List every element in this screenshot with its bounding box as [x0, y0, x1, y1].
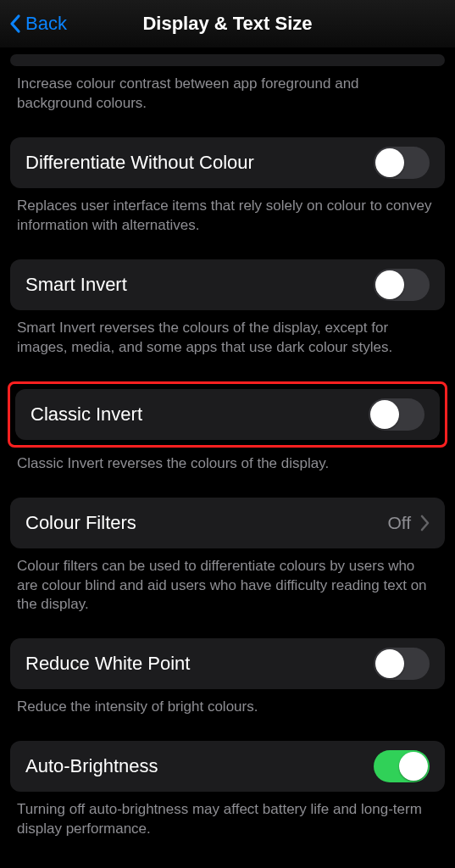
toggle-knob — [399, 752, 428, 781]
colour-filters-value: Off — [387, 513, 411, 533]
differentiate-row[interactable]: Differentiate Without Colour — [10, 137, 445, 188]
classic-invert-label: Classic Invert — [31, 403, 142, 426]
colour-filters-desc: Colour filters can be used to differenti… — [10, 548, 445, 615]
classic-invert-highlight: Classic Invert — [8, 381, 447, 448]
smart-invert-group: Smart Invert Smart Invert reverses the c… — [10, 259, 445, 358]
previous-row-stub — [10, 54, 445, 66]
auto-brightness-row[interactable]: Auto-Brightness — [10, 741, 445, 792]
classic-invert-desc: Classic Invert reverses the colours of t… — [10, 448, 445, 474]
colour-filters-group: Colour Filters Off Colour filters can be… — [10, 498, 445, 615]
differentiate-group: Differentiate Without Colour Replaces us… — [10, 137, 445, 236]
toggle-knob — [375, 148, 404, 177]
colour-filters-value-wrap: Off — [387, 513, 430, 533]
auto-brightness-desc: Turning off auto-brightness may affect b… — [10, 792, 445, 839]
smart-invert-desc: Smart Invert reverses the colours of the… — [10, 310, 445, 358]
differentiate-desc: Replaces user interface items that rely … — [10, 188, 445, 236]
chevron-right-icon — [419, 515, 430, 531]
auto-brightness-label: Auto-Brightness — [25, 755, 158, 777]
settings-list: Increase colour contrast between app for… — [0, 54, 455, 839]
colour-filters-row[interactable]: Colour Filters Off — [10, 498, 445, 548]
auto-brightness-toggle[interactable] — [374, 750, 430, 782]
smart-invert-toggle[interactable] — [374, 269, 430, 301]
differentiate-toggle[interactable] — [374, 147, 430, 179]
differentiate-label: Differentiate Without Colour — [25, 152, 254, 174]
navbar: Back Display & Text Size — [0, 0, 455, 47]
toggle-knob — [375, 649, 404, 678]
reduce-white-point-toggle[interactable] — [374, 648, 430, 680]
toggle-knob — [375, 270, 404, 299]
smart-invert-row[interactable]: Smart Invert — [10, 259, 445, 310]
contrast-desc: Increase colour contrast between app for… — [10, 66, 445, 114]
classic-invert-row[interactable]: Classic Invert — [15, 389, 440, 440]
reduce-white-point-row[interactable]: Reduce White Point — [10, 638, 445, 689]
back-label: Back — [25, 13, 67, 35]
reduce-white-point-group: Reduce White Point Reduce the intensity … — [10, 638, 445, 717]
reduce-white-point-label: Reduce White Point — [25, 653, 190, 675]
back-button[interactable]: Back — [8, 0, 67, 47]
auto-brightness-group: Auto-Brightness Turning off auto-brightn… — [10, 741, 445, 839]
chevron-left-icon — [8, 14, 22, 34]
classic-invert-toggle[interactable] — [369, 398, 424, 431]
smart-invert-label: Smart Invert — [25, 274, 127, 296]
colour-filters-label: Colour Filters — [25, 512, 136, 534]
page-title: Display & Text Size — [142, 13, 312, 35]
toggle-knob — [370, 400, 399, 429]
reduce-white-point-desc: Reduce the intensity of bright colours. — [10, 689, 445, 717]
